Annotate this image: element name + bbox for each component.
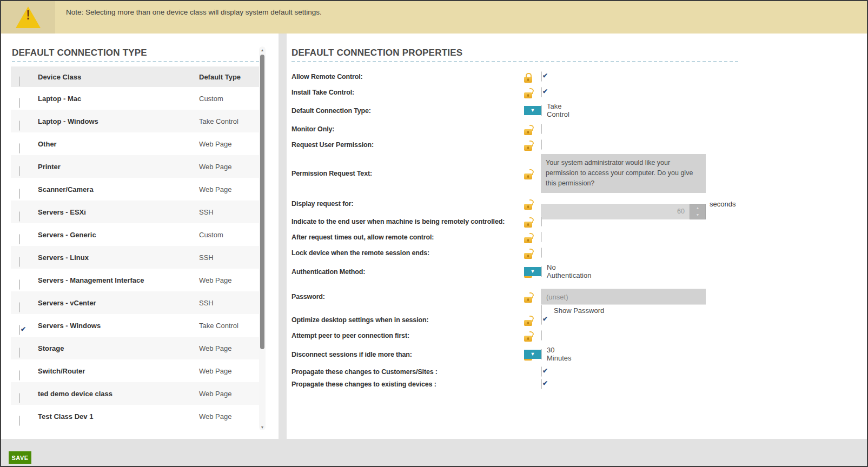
right-title-underline: [291, 61, 738, 62]
select-value: 30 Minutes: [547, 346, 572, 362]
row-checkbox[interactable]: [19, 166, 20, 176]
row-checkbox[interactable]: [19, 98, 20, 108]
table-header-row: Device Class Default Type: [11, 66, 259, 87]
row-checkbox[interactable]: [19, 370, 20, 381]
row-checkbox[interactable]: [19, 393, 20, 403]
table-body: Laptop - Mac Custom Laptop - Windows Tak…: [11, 87, 259, 428]
chevron-down-icon[interactable]: ▼: [524, 267, 541, 276]
lock-icon[interactable]: [524, 77, 532, 83]
row-checkbox[interactable]: [19, 211, 20, 222]
install-take-control-checkbox[interactable]: [541, 87, 542, 97]
lock-device-session-end-checkbox[interactable]: [541, 248, 542, 258]
table-row[interactable]: Storage Web Page: [11, 337, 259, 359]
note-banner: ! Note: Selecting more than one device c…: [1, 1, 867, 34]
table-row[interactable]: Test Class Dev 1 Web Page: [11, 405, 259, 428]
disconnect-idle-label: Disconnect sessions if idle more than:: [291, 351, 412, 358]
monitor-only-label: Monitor Only:: [291, 125, 334, 133]
chevron-down-icon[interactable]: ▼: [524, 106, 541, 115]
default-connection-type-label: Default Connection Type:: [291, 107, 371, 115]
attempt-p2p-label: Attempt peer to peer connection first:: [291, 332, 409, 339]
table-row[interactable]: ted demo device class Web Page: [11, 382, 259, 405]
settings-window: ! Note: Selecting more than one device c…: [0, 0, 868, 467]
row-default-connection-type: Default Connection Type: Take Control ▼: [291, 102, 746, 119]
default-type-cell: Web Page: [199, 140, 231, 148]
note-banner-text: Note: Selecting more than one device cla…: [66, 8, 322, 16]
default-connection-type-select[interactable]: Take Control ▼: [541, 105, 542, 116]
chevron-down-icon[interactable]: ▼: [524, 350, 541, 359]
install-take-control-label: Install Take Control:: [291, 89, 354, 96]
row-install-take-control: Install Take Control:: [291, 85, 746, 100]
row-authentication-method: Authentication Method: No Authentication…: [291, 263, 746, 281]
unlock-icon[interactable]: [524, 92, 532, 98]
unlock-icon[interactable]: [524, 253, 532, 259]
default-type-cell: Web Page: [199, 344, 231, 352]
table-row[interactable]: Servers - ESXi SSH: [11, 201, 259, 223]
row-checkbox[interactable]: [19, 416, 20, 426]
table-row[interactable]: Laptop - Mac Custom: [11, 87, 259, 110]
unlock-icon[interactable]: [524, 297, 532, 303]
indicate-remote-control-checkbox[interactable]: [541, 216, 542, 226]
attempt-p2p-checkbox[interactable]: [541, 330, 542, 341]
table-row[interactable]: Laptop - Windows Take Control: [11, 110, 259, 132]
table-row[interactable]: Servers - Linux SSH: [11, 246, 259, 269]
device-class-cell: Servers - ESXi: [38, 208, 86, 216]
optimize-desktop-checkbox[interactable]: [541, 315, 542, 325]
table-row[interactable]: Servers - vCenter SSH: [11, 291, 259, 314]
left-panel-scrollbar[interactable]: ▲ ▼: [259, 46, 266, 430]
row-after-request-timeout: After request times out, allow remote co…: [291, 230, 746, 245]
indicate-remote-control-label: Indicate to the end user when machine is…: [291, 218, 505, 225]
table-row[interactable]: Servers - Management Interface Web Page: [11, 269, 259, 291]
unlock-icon[interactable]: [524, 237, 532, 243]
row-checkbox[interactable]: [19, 121, 20, 131]
row-optimize-desktop: Optimize desktop settings when in sessio…: [291, 312, 746, 328]
table-row[interactable]: Switch/Router Web Page: [11, 359, 259, 382]
table-row[interactable]: Other Web Page: [11, 132, 259, 155]
unlock-icon[interactable]: [524, 336, 532, 342]
row-checkbox[interactable]: [19, 348, 20, 358]
default-type-cell: Web Page: [199, 367, 231, 375]
save-button[interactable]: SAVE: [9, 451, 31, 464]
table-row[interactable]: Servers - Generic Custom: [11, 223, 259, 246]
propagate-devices-checkbox[interactable]: [541, 379, 542, 389]
unlock-icon[interactable]: [524, 145, 532, 151]
row-checkbox[interactable]: [19, 189, 20, 199]
default-type-cell: Web Page: [199, 390, 231, 398]
row-checkbox[interactable]: [19, 279, 20, 290]
optimize-desktop-label: Optimize desktop settings when in sessio…: [291, 316, 428, 324]
banner-icon-strip: !: [1, 1, 55, 34]
table-row[interactable]: Scanner/Camera Web Page: [11, 178, 259, 201]
column-header-device-class: Device Class: [38, 73, 81, 81]
row-checkbox[interactable]: [19, 257, 20, 267]
unlock-icon[interactable]: [524, 320, 532, 326]
row-checkbox[interactable]: [19, 325, 20, 335]
unlock-icon[interactable]: [524, 204, 532, 210]
row-password: Password: (unset): [291, 289, 746, 304]
device-class-cell: Switch/Router: [38, 367, 85, 375]
authentication-method-select[interactable]: No Authentication ▼: [541, 266, 542, 277]
propagate-customers-checkbox[interactable]: [541, 366, 542, 377]
select-all-checkbox[interactable]: [19, 76, 20, 86]
table-row[interactable]: Servers - Windows Take Control: [11, 314, 259, 337]
row-monitor-only: Monitor Only:: [291, 122, 746, 137]
scroll-up-icon[interactable]: ▲: [259, 46, 266, 53]
row-checkbox[interactable]: [19, 302, 20, 312]
left-title-underline: [12, 61, 259, 62]
disconnect-idle-select[interactable]: 30 Minutes ▼: [541, 349, 542, 359]
lock-device-session-end-label: Lock device when the remote session ends…: [291, 249, 429, 257]
unlock-icon[interactable]: [524, 222, 532, 228]
scroll-down-icon[interactable]: ▼: [259, 424, 266, 430]
request-user-permission-checkbox[interactable]: [541, 139, 542, 150]
row-checkbox[interactable]: [19, 234, 20, 244]
monitor-only-checkbox[interactable]: [541, 124, 542, 134]
row-permission-request-text: Permission Request Text: Your system adm…: [291, 154, 746, 193]
allow-remote-control-checkbox[interactable]: [541, 71, 542, 82]
row-disconnect-idle: Disconnect sessions if idle more than: 3…: [291, 345, 746, 363]
scrollbar-thumb[interactable]: [260, 55, 264, 349]
row-checkbox[interactable]: [19, 143, 20, 154]
right-panel-title: DEFAULT CONNECTION PROPERTIES: [291, 48, 462, 58]
row-propagate-devices: Propagate these changes to existing devi…: [291, 377, 746, 392]
unlock-icon[interactable]: [524, 129, 532, 135]
table-row[interactable]: Printer Web Page: [11, 155, 259, 178]
unlock-icon[interactable]: [524, 174, 532, 179]
device-class-cell: Scanner/Camera: [38, 185, 94, 194]
